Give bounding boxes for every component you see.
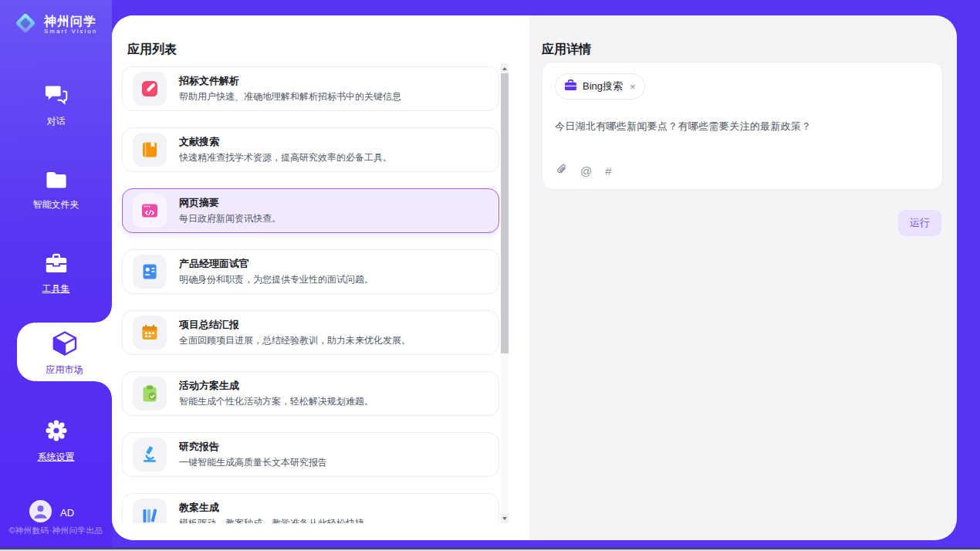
app-card-desc: 帮助用户快速、准确地理解和解析招标书中的关键信息: [179, 91, 401, 103]
run-button[interactable]: 运行: [898, 210, 941, 236]
sidebar: 神州问学 Smart Vision 对话 智能文件夹 工具集: [0, 0, 112, 551]
folder-icon: [0, 171, 112, 193]
app-card-tender-parse[interactable]: 招标文件解析 帮助用户快速、准确地理解和解析招标书中的关键信息: [122, 66, 499, 111]
app-list-scroll-area[interactable]: 招标文件解析 帮助用户快速、准确地理解和解析招标书中的关键信息 文献搜索 快速精…: [122, 66, 499, 523]
cube-icon: [17, 330, 112, 360]
briefcase-icon: [564, 79, 577, 93]
paperclip-icon[interactable]: [556, 163, 567, 179]
app-card-desc: 一键智能生成高质量长文本研究报告: [179, 457, 327, 468]
scrollbar-thumb[interactable]: [501, 73, 509, 353]
microscope-icon: [133, 438, 167, 472]
app-detail-panel: 应用详情 Bing搜索 × 今日湖北有哪些新闻要点？有哪些需要关注的最新政策？: [529, 15, 957, 540]
chip-close-icon[interactable]: ×: [630, 81, 636, 93]
toolbox-icon: [0, 253, 112, 277]
app-card-research-report[interactable]: 研究报告 一键智能生成高质量长文本研究报告: [122, 432, 499, 477]
app-list-panel: 应用列表 招标文件解析 帮助用户快速、准确地理解和解析招标书中的关键信息: [112, 15, 529, 540]
calendar-icon: [133, 316, 167, 350]
sidebar-item-chat[interactable]: 对话: [0, 85, 112, 128]
app-list-title: 应用列表: [127, 42, 177, 58]
sidebar-item-label: 智能文件夹: [0, 198, 112, 211]
app-card-title: 招标文件解析: [179, 75, 401, 87]
app-card-title: 网页摘要: [179, 197, 281, 209]
app-card-desc: 模板驱动，教案秒成，教学准备从此轻松快捷: [179, 518, 364, 523]
sidebar-item-smart-folders[interactable]: 智能文件夹: [0, 171, 112, 211]
app-card-literature-search[interactable]: 文献搜索 快速精准查找学术资源，提高研究效率的必备工具。: [122, 127, 499, 172]
brand-name: 神州问学: [44, 15, 97, 29]
app-card-title: 文献搜索: [179, 136, 392, 148]
app-card-title: 产品经理面试官: [179, 258, 373, 270]
avatar: [29, 500, 52, 525]
copyright-footer: ©神州数码·神州问学出品: [0, 526, 112, 536]
sidebar-item-label: 应用市场: [17, 363, 112, 377]
app-card-title: 活动方案生成: [179, 380, 373, 392]
app-card-desc: 智能生成个性化活动方案，轻松解决规划难题。: [179, 396, 373, 407]
app-detail-title: 应用详情: [542, 42, 591, 58]
app-card-lesson-plan[interactable]: 教案生成 模板驱动，教案秒成，教学准备从此轻松快捷: [122, 493, 499, 523]
app-card-title: 研究报告: [179, 441, 327, 453]
person-document-icon: [133, 255, 167, 289]
app-card-web-summary[interactable]: 网页摘要 每日政府新闻资讯快查。: [122, 188, 499, 233]
sidebar-item-settings[interactable]: 系统设置: [0, 419, 112, 464]
sidebar-item-label: 系统设置: [0, 451, 112, 464]
list-scrollbar[interactable]: [501, 63, 509, 523]
book-icon: [133, 133, 167, 167]
scroll-up-arrow[interactable]: [501, 63, 509, 73]
brand-tagline: Smart Vision: [44, 28, 97, 35]
app-card-desc: 每日政府新闻资讯快查。: [179, 213, 281, 225]
user-account[interactable]: AD: [29, 500, 74, 525]
content-area: 应用列表 招标文件解析 帮助用户快速、准确地理解和解析招标书中的关键信息: [112, 15, 957, 540]
chat-icon: [0, 85, 112, 110]
sidebar-item-app-market[interactable]: 应用市场: [17, 323, 112, 381]
tool-chip-label: Bing搜索: [583, 79, 623, 93]
browser-code-icon: [133, 194, 167, 228]
query-text: 今日湖北有哪些新闻要点？有哪些需要关注的最新政策？: [555, 120, 930, 134]
pen-square-icon: [133, 72, 167, 106]
clipboard-check-icon: [133, 377, 167, 411]
sidebar-item-label: 工具集: [0, 282, 112, 296]
app-card-project-summary[interactable]: 项目总结汇报 全面回顾项目进展，总结经验教训，助力未来优化发展。: [122, 310, 499, 355]
sidebar-item-toolset[interactable]: 工具集: [0, 253, 112, 296]
brand-diamond-icon: [12, 10, 39, 39]
query-composer[interactable]: Bing搜索 × 今日湖北有哪些新闻要点？有哪些需要关注的最新政策？ @ #: [542, 62, 943, 190]
brand-logo: 神州问学 Smart Vision: [12, 10, 97, 39]
app-card-event-plan[interactable]: 活动方案生成 智能生成个性化活动方案，轻松解决规划难题。: [122, 371, 499, 416]
app-card-desc: 快速精准查找学术资源，提高研究效率的必备工具。: [179, 152, 392, 164]
composer-toolbar: @ #: [556, 163, 612, 179]
user-initials: AD: [60, 507, 74, 519]
tool-chip-bing-search[interactable]: Bing搜索 ×: [555, 73, 645, 100]
app-card-pm-interviewer[interactable]: 产品经理面试官 明确身份和职责，为您提供专业性的面试问题。: [122, 249, 499, 294]
gear-icon: [0, 419, 112, 445]
app-card-desc: 全面回顾项目进展，总结经验教训，助力未来优化发展。: [179, 335, 411, 346]
scroll-down-arrow[interactable]: [501, 513, 509, 523]
app-card-title: 项目总结汇报: [179, 319, 411, 331]
books-icon: [133, 499, 167, 523]
sidebar-item-label: 对话: [0, 115, 112, 128]
app-card-desc: 明确身份和职责，为您提供专业性的面试问题。: [179, 274, 373, 286]
hash-icon[interactable]: #: [605, 165, 611, 177]
mention-icon[interactable]: @: [580, 165, 592, 177]
app-card-title: 教案生成: [179, 502, 364, 514]
